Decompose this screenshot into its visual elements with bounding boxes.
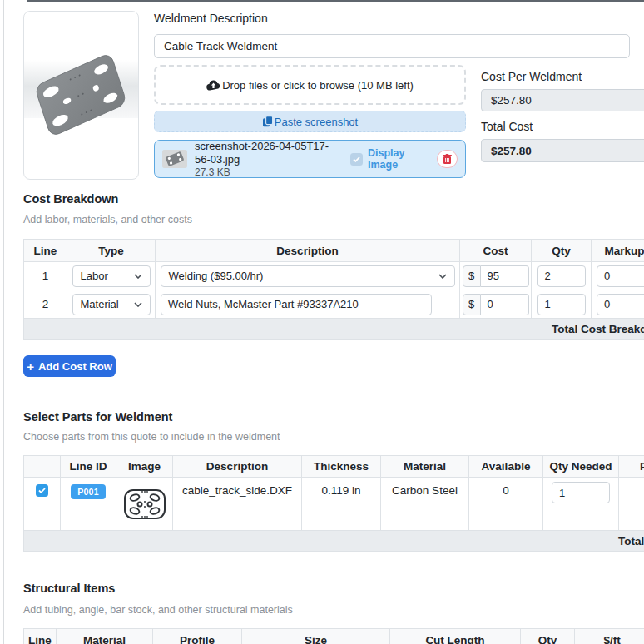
- display-image-control: Display Image: [350, 147, 423, 171]
- attachment-filename: screenshot-2026-04-05T17-56-03.jpg: [195, 140, 343, 166]
- parts-table-footer: Total: [24, 531, 644, 552]
- parts-total-label: Total: [618, 535, 644, 547]
- col-price: P: [619, 456, 644, 478]
- col-image: Image: [116, 456, 173, 478]
- col-material: Material: [57, 629, 153, 644]
- currency-prefix: $: [463, 265, 481, 287]
- col-line: Line: [24, 629, 57, 644]
- top-divider: [27, 0, 644, 2]
- paste-screenshot-label: Paste screenshot: [275, 116, 358, 128]
- col-line: Line: [24, 240, 67, 262]
- parts-section-subtitle: Choose parts from this quote to include …: [23, 431, 280, 443]
- cost-input[interactable]: 0: [481, 294, 529, 315]
- col-qty-needed: Qty Needed: [543, 456, 619, 478]
- chevron-down-icon: [438, 274, 447, 279]
- qty-input[interactable]: 1: [537, 294, 586, 315]
- part-qty-needed-input[interactable]: 1: [552, 482, 610, 503]
- type-select-value: Labor: [81, 270, 108, 282]
- delete-attachment-button[interactable]: [437, 150, 458, 168]
- cost-input[interactable]: 95: [481, 265, 529, 287]
- col-description: Description: [173, 456, 302, 478]
- col-cost: Cost: [460, 240, 532, 262]
- dropzone-text: Drop files or click to browse (10 MB lef…: [222, 79, 414, 92]
- weldment-description-label: Weldment Description: [154, 12, 268, 25]
- part-thickness: 0.119 in: [302, 478, 381, 531]
- markup-input[interactable]: 0: [597, 265, 644, 287]
- chevron-down-icon: [134, 302, 142, 307]
- col-type: Type: [67, 240, 156, 262]
- type-select[interactable]: Material: [72, 294, 151, 315]
- paste-icon: [262, 116, 273, 127]
- cost-breakdown-table: Line Type Description Cost Qty Markup 1 …: [23, 239, 644, 340]
- part-description: cable_track_side.DXF: [173, 478, 302, 531]
- weldment-3d-part-image: [24, 12, 138, 179]
- check-icon: [353, 156, 360, 162]
- structural-section-title: Structural Items: [23, 582, 115, 595]
- part-dxf-thumbnail[interactable]: [121, 480, 169, 528]
- structural-table: Line Material Profile Size Cut Length Qt…: [23, 628, 644, 644]
- plus-icon: +: [27, 360, 34, 373]
- check-icon: [38, 488, 46, 493]
- parts-table: Line ID Image Description Thickness Mate…: [23, 455, 644, 552]
- paste-screenshot-button[interactable]: Paste screenshot: [154, 111, 466, 132]
- markup-input[interactable]: 0: [597, 294, 644, 315]
- parts-table-header-row: Line ID Image Description Thickness Mate…: [24, 456, 644, 478]
- attachment-item[interactable]: screenshot-2026-04-05T17-56-03.jpg 27.3 …: [154, 140, 466, 178]
- col-profile: Profile: [153, 629, 242, 644]
- cost-table-header-row: Line Type Description Cost Qty Markup: [24, 240, 644, 262]
- col-per-ft: $/ft: [575, 629, 644, 644]
- col-markup: Markup: [592, 240, 644, 262]
- structural-table-header-row: Line Material Profile Size Cut Length Qt…: [24, 629, 644, 644]
- part-price-cell: [619, 478, 644, 531]
- parts-section-title: Select Parts for Weldment: [23, 410, 172, 424]
- cost-row-line: 1: [24, 262, 67, 290]
- cost-input-group: $ 0: [463, 294, 529, 315]
- total-cost-value: $257.80: [481, 139, 644, 162]
- cost-per-weldment-label: Cost Per Weldment: [481, 70, 582, 83]
- col-available: Available: [469, 456, 543, 478]
- col-material: Material: [381, 456, 469, 478]
- cost-row-2: 2 Material Weld Nuts, McMaster Part #933…: [24, 290, 644, 319]
- type-select-value: Material: [81, 298, 119, 310]
- description-select[interactable]: Welding ($95.00/hr): [161, 265, 455, 287]
- cost-input-group: $ 95: [463, 265, 529, 287]
- cost-breakdown-subtitle: Add labor, materials, and other costs: [23, 214, 192, 225]
- description-input[interactable]: Weld Nuts, McMaster Part #93337A210: [161, 294, 432, 315]
- col-qty: Qty: [532, 240, 592, 262]
- parts-row-1: P001: [24, 478, 644, 531]
- cost-row-1: 1 Labor Welding ($95.00/hr) $ 95: [24, 262, 644, 290]
- cost-per-weldment-value: $257.80: [481, 89, 644, 111]
- col-select: [24, 456, 61, 478]
- type-select[interactable]: Labor: [72, 265, 151, 287]
- weldment-description-input[interactable]: Cable Track Weldment: [154, 34, 630, 58]
- part-available: 0: [469, 478, 543, 531]
- attachment-thumbnail: [162, 150, 187, 168]
- total-cost-label: Total Cost: [481, 120, 533, 133]
- part-line-id-badge: P001: [71, 484, 106, 499]
- qty-input[interactable]: 2: [537, 265, 586, 287]
- cost-table-footer: Total Cost Breakdo: [24, 319, 644, 340]
- weldment-editor-page: Weldment Description Cable Track Weldmen…: [0, 0, 644, 644]
- col-cut-length: Cut Length: [390, 629, 521, 644]
- currency-prefix: $: [463, 294, 481, 315]
- attachment-meta: screenshot-2026-04-05T17-56-03.jpg 27.3 …: [195, 140, 343, 179]
- cost-row-line: 2: [24, 290, 67, 319]
- add-cost-row-label: Add Cost Row: [38, 360, 112, 373]
- left-panel-border: [3, 0, 4, 644]
- part-select-checkbox[interactable]: [36, 484, 48, 497]
- trash-icon: [443, 154, 452, 164]
- weldment-preview-card: [23, 11, 139, 180]
- cost-breakdown-title: Cost Breakdown: [23, 192, 118, 206]
- cloud-upload-icon: [206, 80, 220, 91]
- col-qty: Qty: [521, 629, 575, 644]
- add-cost-row-button[interactable]: + Add Cost Row: [23, 355, 116, 377]
- structural-section-subtitle: Add tubing, angle, bar stock, and other …: [23, 604, 293, 616]
- part-material: Carbon Steel: [381, 478, 469, 531]
- file-dropzone[interactable]: Drop files or click to browse (10 MB lef…: [154, 65, 466, 105]
- col-line-id: Line ID: [61, 456, 116, 478]
- attachment-filesize: 27.3 KB: [195, 166, 343, 179]
- cost-total-label: Total Cost Breakdo: [552, 323, 644, 335]
- display-image-checkbox[interactable]: [350, 153, 363, 166]
- chevron-down-icon: [134, 274, 142, 279]
- display-image-label: Display Image: [368, 147, 423, 171]
